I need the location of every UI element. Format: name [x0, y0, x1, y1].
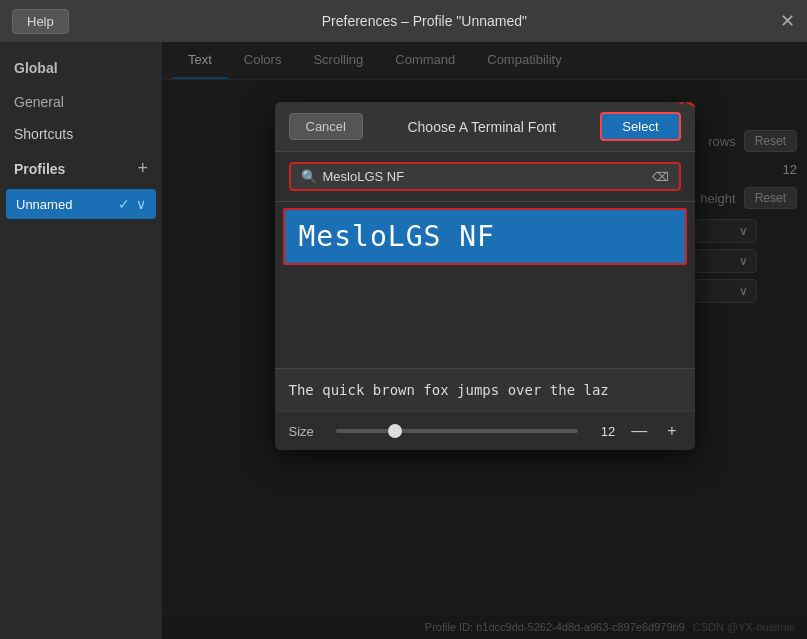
- sidebar-profile-unnamed[interactable]: Unnamed ✓ ∨: [6, 189, 156, 219]
- sidebar-profiles-row[interactable]: Profiles +: [0, 150, 162, 187]
- sidebar-section-global: Global: [0, 50, 162, 86]
- close-button[interactable]: ✕: [780, 12, 795, 30]
- profile-item-icons: ✓ ∨: [118, 196, 146, 212]
- sidebar-profiles-label: Profiles: [14, 161, 65, 177]
- font-preview: The quick brown fox jumps over the laz: [275, 368, 695, 411]
- chevron-down-icon[interactable]: ∨: [136, 196, 146, 212]
- modal-search-row: 🔍 ⌫: [275, 152, 695, 202]
- sidebar-item-general[interactable]: General: [0, 86, 162, 118]
- title-bar: Help Preferences – Profile "Unnamed" ✕: [0, 0, 807, 42]
- window-title: Preferences – Profile "Unnamed": [322, 13, 527, 29]
- modal-header: Cancel Choose A Terminal Font Select: [275, 102, 695, 152]
- modal-cancel-button[interactable]: Cancel: [289, 113, 363, 140]
- help-button[interactable]: Help: [12, 9, 69, 34]
- sidebar: Global General Shortcuts Profiles + Unna…: [0, 42, 162, 639]
- font-chooser-modal: Cancel Choose A Terminal Font Select: [275, 102, 695, 450]
- add-profile-icon[interactable]: +: [137, 158, 148, 179]
- search-box[interactable]: 🔍 ⌫: [289, 162, 681, 191]
- modal-title: Choose A Terminal Font: [407, 119, 555, 135]
- content-area: Text Colors Scrolling Command Compatibil…: [162, 42, 807, 639]
- font-list: MesloLGS NF: [275, 208, 695, 368]
- modal-select-button[interactable]: Select: [600, 112, 680, 141]
- search-icon: 🔍: [301, 169, 317, 184]
- size-slider[interactable]: [336, 429, 579, 433]
- main-layout: Global General Shortcuts Profiles + Unna…: [0, 42, 807, 639]
- size-decrease-button[interactable]: —: [627, 422, 651, 440]
- profile-name-label: Unnamed: [16, 197, 72, 212]
- font-search-input[interactable]: [323, 169, 646, 184]
- size-increase-button[interactable]: +: [663, 422, 680, 440]
- font-name-label: MesloLGS NF: [299, 220, 495, 253]
- check-icon: ✓: [118, 196, 130, 212]
- modal-overlay: Cancel Choose A Terminal Font Select: [162, 42, 807, 639]
- sidebar-item-shortcuts[interactable]: Shortcuts: [0, 118, 162, 150]
- preview-text: The quick brown fox jumps over the laz: [289, 382, 609, 398]
- size-row: Size 12 — +: [275, 411, 695, 450]
- size-value: 12: [590, 424, 615, 439]
- search-clear-icon[interactable]: ⌫: [652, 170, 669, 184]
- size-label: Size: [289, 424, 324, 439]
- font-list-item-selected[interactable]: MesloLGS NF: [283, 208, 687, 265]
